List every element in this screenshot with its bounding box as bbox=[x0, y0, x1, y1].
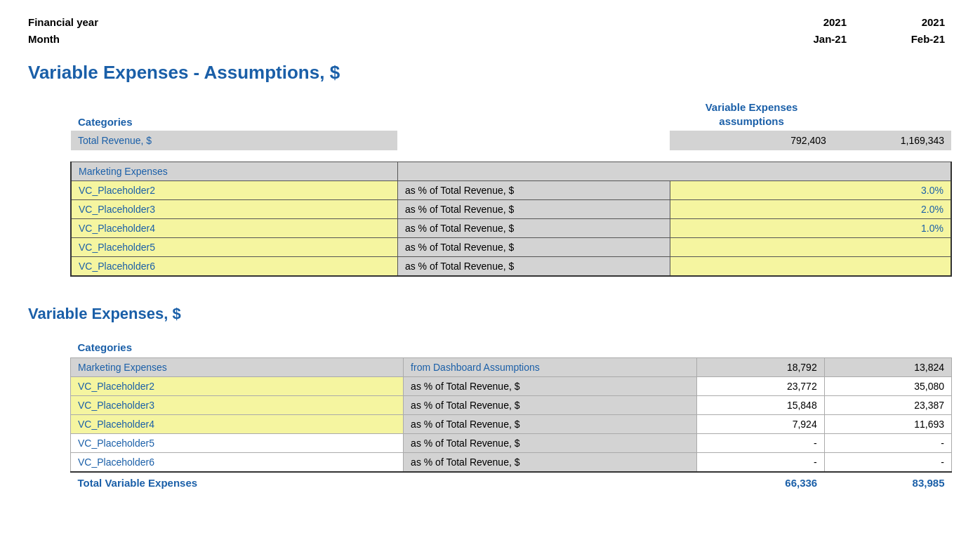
ve-col-header: Variable Expenses assumptions bbox=[670, 98, 833, 131]
vc5-row: VC_Placeholder5 as % of Total Revenue, $ bbox=[71, 237, 951, 256]
ve-vc6-desc: as % of Total Revenue, $ bbox=[404, 452, 697, 472]
vc2-desc: as % of Total Revenue, $ bbox=[397, 180, 670, 199]
ve-vc4-row: VC_Placeholder4 as % of Total Revenue, $… bbox=[71, 414, 952, 433]
vc3-desc: as % of Total Revenue, $ bbox=[397, 199, 670, 218]
ve-marketing-val2: 13,824 bbox=[824, 357, 951, 376]
header: Financial year Month 2021 Jan-21 2021 Fe… bbox=[28, 14, 952, 48]
col-2021-jan: 2021 Jan-21 bbox=[755, 14, 854, 48]
vc5-val bbox=[670, 237, 951, 256]
col-header-row: Categories Variable Expenses assumptions bbox=[71, 98, 951, 131]
ve-marketing-desc: from Dashboard Assumptions bbox=[404, 357, 697, 376]
ve-marketing-val1: 18,792 bbox=[697, 357, 824, 376]
vc6-row: VC_Placeholder6 as % of Total Revenue, $ bbox=[71, 256, 951, 276]
ve-section: Variable Expenses, $ Categories Marketin… bbox=[28, 305, 952, 493]
ve-vc5-val1: - bbox=[697, 433, 824, 452]
ve-vc6-row: VC_Placeholder6 as % of Total Revenue, $… bbox=[71, 452, 952, 472]
vc6-desc: as % of Total Revenue, $ bbox=[397, 256, 670, 276]
ve-vc2-row: VC_Placeholder2 as % of Total Revenue, $… bbox=[71, 376, 952, 395]
assumptions-table: Categories Variable Expenses assumptions… bbox=[70, 98, 952, 277]
ve-vc2-val2: 35,080 bbox=[824, 376, 951, 395]
marketing-name: Marketing Expenses bbox=[71, 162, 397, 180]
ve-vc4-val2: 11,693 bbox=[824, 414, 951, 433]
ve-title: Variable Expenses, $ bbox=[28, 305, 952, 323]
ve-vc4-desc: as % of Total Revenue, $ bbox=[404, 414, 697, 433]
ve-marketing-row: Marketing Expenses from Dashboard Assump… bbox=[71, 357, 952, 376]
assumptions-section: Variable Expenses - Assumptions, $ Categ… bbox=[28, 62, 952, 277]
vc2-name: VC_Placeholder2 bbox=[71, 180, 397, 199]
ve-total-val2: 83,985 bbox=[824, 472, 951, 493]
ve-table-wrapper: Categories Marketing Expenses from Dashb… bbox=[70, 337, 952, 493]
ve-total-val1: 66,336 bbox=[697, 472, 824, 493]
ve-vc3-row: VC_Placeholder3 as % of Total Revenue, $… bbox=[71, 395, 952, 414]
ve-vc6-name: VC_Placeholder6 bbox=[71, 452, 404, 472]
vc4-row: VC_Placeholder4 as % of Total Revenue, $… bbox=[71, 218, 951, 237]
vc3-name: VC_Placeholder3 bbox=[71, 199, 397, 218]
ve-vc6-val2: - bbox=[824, 452, 951, 472]
assumptions-table-wrapper: Categories Variable Expenses assumptions… bbox=[70, 98, 952, 277]
ve-vc3-val2: 23,387 bbox=[824, 395, 951, 414]
ve-vc5-row: VC_Placeholder5 as % of Total Revenue, $… bbox=[71, 433, 952, 452]
vc4-name: VC_Placeholder4 bbox=[71, 218, 397, 237]
marketing-header-row: Marketing Expenses bbox=[71, 162, 951, 180]
vc2-row: VC_Placeholder2 as % of Total Revenue, $… bbox=[71, 180, 951, 199]
vc5-desc: as % of Total Revenue, $ bbox=[397, 237, 670, 256]
ve-col2-header bbox=[824, 337, 951, 358]
ve-cat-header: Categories bbox=[71, 337, 952, 358]
vc2-val: 3.0% bbox=[670, 180, 951, 199]
spacer-col-header bbox=[397, 98, 670, 131]
year-2: 2021 bbox=[854, 14, 945, 31]
assumptions-title: Variable Expenses - Assumptions, $ bbox=[28, 62, 952, 84]
col-2021-feb: 2021 Feb-21 bbox=[854, 14, 952, 48]
ve-categories-label: Categories bbox=[71, 337, 404, 358]
ve-vc3-desc: as % of Total Revenue, $ bbox=[404, 395, 697, 414]
month-label: Month bbox=[28, 31, 98, 48]
total-revenue-row: Total Revenue, $ 792,403 1,169,343 bbox=[71, 131, 951, 150]
vc6-name: VC_Placeholder6 bbox=[71, 256, 397, 276]
header-left: Financial year Month bbox=[28, 14, 98, 48]
vc3-row: VC_Placeholder3 as % of Total Revenue, $… bbox=[71, 199, 951, 218]
ve-vc3-val1: 15,848 bbox=[697, 395, 824, 414]
categories-col-header: Categories bbox=[71, 98, 397, 131]
ve-marketing-name: Marketing Expenses bbox=[71, 357, 404, 376]
ve-total-label: Total Variable Expenses bbox=[71, 472, 697, 493]
ve-vc3-name: VC_Placeholder3 bbox=[71, 395, 404, 414]
vc5-name: VC_Placeholder5 bbox=[71, 237, 397, 256]
ve-vc5-desc: as % of Total Revenue, $ bbox=[404, 433, 697, 452]
year-1: 2021 bbox=[755, 14, 847, 31]
vc4-desc: as % of Total Revenue, $ bbox=[397, 218, 670, 237]
ve-col1-header bbox=[697, 337, 824, 358]
ve-total-row: Total Variable Expenses 66,336 83,985 bbox=[71, 472, 952, 493]
spacer bbox=[71, 150, 951, 162]
financial-year-label: Financial year bbox=[28, 14, 98, 31]
total-revenue-val2: 1,169,343 bbox=[833, 131, 951, 150]
vc6-val bbox=[670, 256, 951, 276]
ve-vc4-val1: 7,924 bbox=[697, 414, 824, 433]
ve-vc2-desc: as % of Total Revenue, $ bbox=[404, 376, 697, 395]
ve-spacer-header bbox=[404, 337, 697, 358]
total-revenue-label: Total Revenue, $ bbox=[71, 131, 397, 150]
ve-vc6-val1: - bbox=[697, 452, 824, 472]
header-right: 2021 Jan-21 2021 Feb-21 bbox=[755, 14, 952, 48]
marketing-span bbox=[397, 162, 951, 180]
month-2: Feb-21 bbox=[854, 31, 945, 48]
ve-vc2-val1: 23,772 bbox=[697, 376, 824, 395]
ve-vc2-name: VC_Placeholder2 bbox=[71, 376, 404, 395]
revenue-spacer bbox=[397, 131, 670, 150]
ve-vc5-name: VC_Placeholder5 bbox=[71, 433, 404, 452]
month-1: Jan-21 bbox=[755, 31, 847, 48]
ve-vc4-name: VC_Placeholder4 bbox=[71, 414, 404, 433]
ve-vc5-val2: - bbox=[824, 433, 951, 452]
ve-table: Categories Marketing Expenses from Dashb… bbox=[70, 337, 952, 493]
vc3-val: 2.0% bbox=[670, 199, 951, 218]
vc4-val: 1.0% bbox=[670, 218, 951, 237]
total-revenue-val1: 792,403 bbox=[670, 131, 833, 150]
